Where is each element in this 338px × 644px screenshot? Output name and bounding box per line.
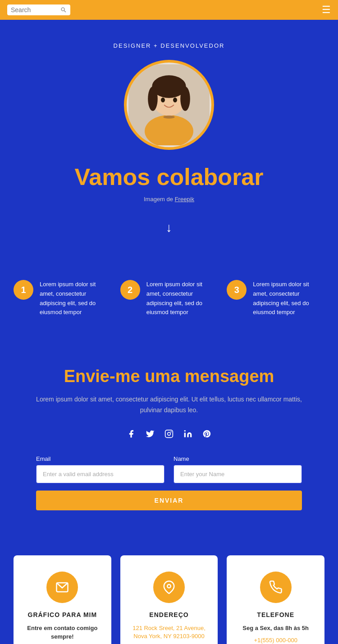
card-email-title: GRÁFICO PARA MIM [23,611,102,618]
step-number-2: 2 [120,280,140,300]
svg-point-13 [170,431,172,432]
step-text-3: Lorem ipsum dolor sit amet, consectetur … [253,280,324,317]
card-address-link[interactable]: 121 Rock Sreet, 21 Avenue,Nova York, NY … [132,625,206,639]
step-text-2: Lorem ipsum dolor sit amet, consectetur … [146,280,218,317]
hero-title: Vamos colaborar [9,163,329,190]
svg-point-8 [161,98,165,103]
svg-point-15 [184,430,186,431]
contact-section: Envie-me uma mensagem Lorem ipsum dolor … [0,344,338,537]
card-email: GRÁFICO PARA MIM Entre em contato comigo… [14,555,111,644]
hero-credit: Imagem de Freepik [9,196,329,203]
form-row: Email Name [36,455,302,483]
step-number-3: 3 [227,280,247,300]
name-form-group: Name [174,455,302,483]
name-label: Name [174,455,302,462]
header: ☰ [0,0,338,20]
svg-rect-14 [184,432,186,437]
svg-point-6 [148,87,158,111]
svg-point-0 [61,8,64,11]
scroll-arrow-icon: ↓ [166,221,172,235]
steps-section: 1 Lorem ipsum dolor sit amet, consectetu… [0,262,338,344]
step-number-1: 1 [14,280,33,300]
svg-point-12 [168,432,171,435]
address-card-icon [153,572,185,603]
card-address-title: ENDEREÇO [129,611,209,618]
instagram-icon[interactable] [164,428,174,439]
pinterest-icon[interactable] [201,428,212,439]
step-text-1: Lorem ipsum dolor sit amet, consectetur … [40,280,111,317]
email-form-group: Email [36,455,164,483]
facebook-icon[interactable] [126,428,137,439]
svg-rect-11 [165,430,173,437]
cards-section: GRÁFICO PARA MIM Entre em contato comigo… [0,537,338,644]
search-wrapper [7,5,70,15]
hamburger-menu-icon[interactable]: ☰ [322,4,331,16]
search-icon [60,7,67,13]
step-item-2: 2 Lorem ipsum dolor sit amet, consectetu… [120,280,218,317]
phone-card-icon [260,572,292,603]
search-input[interactable] [11,6,60,14]
hero-subtitle: DESIGNER + DESENVOLVEDOR [9,42,329,49]
card-address: ENDEREÇO 121 Rock Sreet, 21 Avenue,Nova … [120,555,218,644]
svg-point-10 [163,115,174,118]
contact-description: Lorem ipsum dolor sit amet, consectetur … [36,394,302,416]
name-field[interactable] [174,465,302,483]
svg-line-1 [64,10,66,12]
avatar [124,60,214,150]
step-item-1: 1 Lorem ipsum dolor sit amet, consectetu… [14,280,111,317]
card-phone-title: TELEFONE [236,611,315,618]
twitter-icon[interactable] [145,428,155,439]
contact-title: Envie-me uma mensagem [36,367,302,386]
submit-button[interactable]: ENVIAR [36,491,302,510]
svg-point-9 [173,98,177,103]
svg-point-17 [167,585,171,588]
email-field[interactable] [36,465,164,483]
linkedin-icon[interactable] [183,428,193,439]
avatar-image [128,64,210,145]
hero-section: DESIGNER + DESENVOLVEDOR Vamos colaborar… [0,20,338,262]
card-phone: TELEFONE Seg a Sex, das 8h às 5h +1(555)… [227,555,324,644]
email-label: Email [36,455,164,462]
email-card-icon [46,572,78,603]
svg-point-7 [180,87,190,111]
card-phone-link[interactable]: +1(555) 000-000 [254,637,297,644]
social-icons-group [36,428,302,439]
freepik-link[interactable]: Freepik [175,196,194,203]
step-item-3: 3 Lorem ipsum dolor sit amet, consectetu… [227,280,324,317]
card-phone-desc: Seg a Sex, das 8h às 5h [236,624,315,633]
card-email-desc: Entre em contato comigo sempre! [23,624,102,641]
